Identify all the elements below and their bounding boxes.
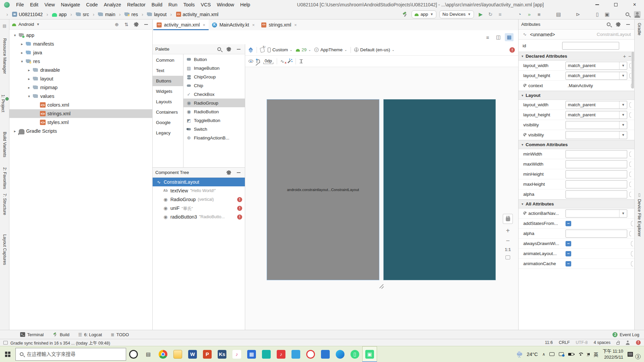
tool-window-button[interactable]: Layout Captures (2, 234, 7, 265)
search-icon[interactable] (605, 21, 612, 28)
breadcrumb-item[interactable]: U08211042 (3, 11, 43, 17)
blueprint-view[interactable] (383, 99, 496, 280)
clock[interactable]: 下午 11:10 2022/5/11 (603, 348, 623, 360)
wifi-icon[interactable] (578, 353, 583, 356)
close-tab-icon[interactable]: × (203, 22, 206, 27)
taskbar-app-icon[interactable]: ▦ (244, 346, 259, 362)
notifications-icon[interactable] (628, 352, 633, 357)
editor-tab[interactable]: activity_main.xml × (153, 19, 209, 30)
component-tree-row[interactable]: ConstraintLayout (153, 178, 245, 186)
attribute-value[interactable]: ▼ − (566, 230, 627, 238)
theme-dropdown[interactable]: AppTheme⌄ (314, 47, 347, 52)
editor-tab[interactable]: MainActivity.kt × (209, 19, 258, 30)
zoom-ratio-button[interactable]: 1:1 (505, 247, 511, 252)
attribute-value[interactable]: match_parent ▼ − (566, 111, 627, 119)
palette-item[interactable]: ImageButton ↓ (183, 64, 245, 72)
flag-mark[interactable] (629, 73, 631, 78)
section-all-attributes[interactable]: ▾All Attributes (519, 199, 634, 208)
default-margin-selector[interactable]: 0dp (263, 58, 273, 64)
breadcrumb-item[interactable]: res (116, 11, 139, 17)
line-ending[interactable]: CRLF (559, 340, 570, 345)
tablet-icon[interactable] (549, 352, 554, 356)
view-options-icon[interactable] (249, 60, 253, 63)
gear-icon[interactable] (132, 21, 140, 28)
flag-mark[interactable] (629, 162, 631, 167)
tool-window-button[interactable]: 1: Project (1, 95, 9, 112)
hide-panel-icon[interactable] (142, 21, 150, 28)
section-declared-attributes[interactable]: ▾Declared Attributes + − (519, 52, 634, 61)
attribute-value[interactable]: ▼ − (566, 240, 629, 248)
palette-item[interactable]: ToggleButton ↓ (183, 116, 245, 125)
temperature[interactable]: 24°C (527, 351, 538, 357)
menu-item[interactable]: Build (149, 1, 165, 8)
breadcrumb-item[interactable]: layout (139, 11, 167, 17)
menu-item[interactable]: Refactor (124, 1, 149, 8)
error-badge-icon[interactable] (237, 197, 242, 202)
menu-item[interactable]: Run (165, 1, 180, 8)
collapse-all-icon[interactable]: ⇅ (123, 21, 130, 28)
canvas-resize-handle[interactable] (379, 283, 385, 289)
hidden-icons-chevron[interactable]: ∧ (542, 352, 545, 357)
expand-chevron-icon[interactable] (20, 42, 24, 46)
tool-todo[interactable]: ≣TODO (111, 332, 129, 337)
caret-position[interactable]: 11:6 (545, 340, 552, 345)
menu-item[interactable]: View (41, 1, 58, 8)
toolbar-action-icon[interactable]: » (526, 11, 533, 18)
expand-chevron-icon[interactable] (13, 129, 17, 133)
component-tree-row[interactable]: RadioGroup (vertical) (153, 195, 245, 204)
add-attribute-icon[interactable]: + (623, 53, 626, 59)
breadcrumb-item[interactable]: src (67, 11, 90, 17)
section-layout[interactable]: ▾Layout (519, 91, 634, 100)
taskbar-app-icon[interactable]: ▤ (141, 346, 156, 362)
flag-mark[interactable] (631, 261, 633, 266)
attribute-value[interactable]: ▼ − (566, 150, 627, 158)
taskbar-app-icon[interactable] (318, 346, 333, 362)
menu-item[interactable]: VCS (198, 1, 214, 8)
taskbar-app-icon[interactable] (303, 346, 318, 362)
flag-mark[interactable] (629, 112, 631, 118)
menu-item[interactable]: Edit (27, 1, 41, 8)
taskbar-app-icon[interactable] (288, 346, 303, 362)
expand-chevron-icon[interactable] (20, 51, 24, 55)
attribute-value[interactable]: ▼ − (566, 220, 629, 228)
expand-chevron-icon[interactable] (27, 85, 31, 90)
tool-window-button-device-file-explorer[interactable]: Device File Explorer (637, 199, 642, 237)
menu-item[interactable]: Tools (180, 1, 198, 8)
attribute-value[interactable]: match_parent ▼ − (566, 62, 627, 70)
flag-mark[interactable] (629, 63, 631, 68)
tool-logcat[interactable]: ☰6: Logcat (78, 332, 102, 337)
search-everywhere-icon[interactable] (624, 11, 631, 18)
tree-row[interactable]: mipmap (9, 83, 152, 92)
section-common-attributes[interactable]: ▾Common Attributes (519, 140, 634, 149)
breadcrumb-item[interactable]: activity_main.xml (167, 11, 219, 17)
toolbar-action-icon[interactable]: ≡ (496, 11, 504, 18)
error-badge-icon[interactable] (237, 206, 242, 211)
flag-mark[interactable] (629, 192, 631, 197)
hide-panel-icon[interactable] (235, 46, 242, 53)
palette-category[interactable]: Containers (153, 107, 183, 117)
component-tree-row[interactable]: textView "Hello World!" (153, 186, 245, 195)
gear-icon[interactable] (614, 21, 622, 28)
clear-constraints-icon[interactable]: ∿ (280, 59, 284, 64)
event-log-button[interactable]: 2 Event Log (612, 332, 639, 337)
component-tree-row[interactable]: radioButton3 "RadioButto... (153, 213, 245, 221)
expand-chevron-icon[interactable] (27, 68, 31, 72)
palette-item[interactable]: RadioButton ↓ (183, 107, 245, 116)
battery-icon[interactable] (568, 353, 574, 356)
build-hammer-icon[interactable] (401, 11, 409, 18)
toolbar-action-icon[interactable]: ▤ (555, 11, 562, 18)
design-canvas[interactable]: androidx.constraintlayout...ConstraintLa… (245, 67, 518, 330)
tree-row[interactable]: strings.xml (9, 109, 152, 118)
toolbar-action-icon[interactable] (613, 11, 621, 18)
error-indicator-icon[interactable] (636, 340, 641, 345)
minimize-button[interactable] (588, 0, 606, 9)
taskbar-app-icon[interactable] (126, 346, 141, 362)
close-button[interactable]: × (625, 0, 644, 9)
attribute-value[interactable]: ▼ − (566, 190, 627, 198)
tool-terminal[interactable]: Terminal (20, 332, 44, 337)
device-selector[interactable]: No Devices ▼ (439, 10, 474, 18)
maximize-button[interactable] (606, 0, 625, 9)
palette-category[interactable]: Google (153, 117, 183, 128)
flag-mark[interactable] (629, 172, 631, 177)
gear-icon[interactable] (225, 46, 232, 53)
